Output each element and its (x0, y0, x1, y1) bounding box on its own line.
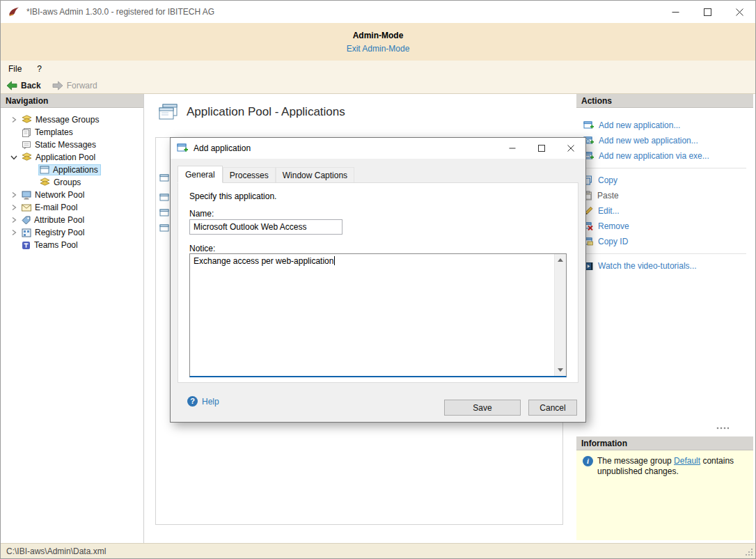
dialog-controls (498, 138, 585, 159)
groups-icon (40, 178, 50, 187)
dialog-minimize-button[interactable] (498, 138, 527, 159)
add-application-dialog-icon (177, 143, 188, 153)
sidebar-item-label: Templates (35, 127, 73, 137)
actions-separator (583, 253, 746, 254)
action-add-new-application-via-exe[interactable]: Add new application via exe... (576, 148, 753, 164)
sidebar-item-application-pool[interactable]: Application Pool (1, 151, 143, 164)
forward-label: Forward (67, 81, 97, 90)
info-icon: i (583, 456, 593, 466)
list-row-icon[interactable] (159, 174, 169, 182)
tab-processes[interactable]: Processes (223, 167, 276, 184)
chevron-right-icon[interactable] (9, 116, 19, 123)
email-pool-icon (22, 204, 31, 212)
action-copy-id[interactable]: Copy ID (576, 234, 753, 249)
window-title: *IBI-aws Admin 1.30.0 - registered for I… (26, 7, 214, 17)
exit-admin-mode-link[interactable]: Exit Admin-Mode (347, 44, 410, 54)
sidebar-item-message-groups[interactable]: Message Groups (1, 113, 143, 126)
information-header: Information (576, 436, 753, 450)
forward-button[interactable]: Forward (47, 79, 103, 92)
back-button[interactable]: Back (1, 79, 47, 92)
default-group-link[interactable]: Default (674, 456, 700, 466)
chevron-right-icon[interactable] (9, 216, 19, 223)
sidebar-item-network-pool[interactable]: Network Pool (1, 189, 143, 201)
actions-panel: Actions Add new application... Add new w… (576, 94, 753, 543)
action-remove[interactable]: Remove (576, 219, 753, 234)
admin-mode-banner: Admin-Mode Exit Admin-Mode (1, 23, 755, 61)
sidebar-item-label: E-mail Pool (35, 203, 77, 212)
tab-window-captions[interactable]: Window Captions (276, 167, 354, 184)
menu-file[interactable]: File (1, 61, 29, 77)
page-title: Application Pool - Applications (187, 105, 345, 119)
chevron-right-icon[interactable] (9, 204, 19, 211)
maximize-button[interactable] (691, 1, 723, 23)
dialog-footer: ? Help (171, 383, 585, 422)
sidebar-item-registry-pool[interactable]: Registry Pool (1, 226, 143, 239)
registry-pool-icon (22, 228, 31, 237)
back-arrow-icon (6, 81, 17, 90)
list-row-icon[interactable] (159, 224, 169, 232)
name-label: Name: (189, 209, 214, 219)
dialog-instruction: Specify this application. (189, 191, 276, 201)
action-edit[interactable]: Edit... (576, 203, 753, 219)
network-pool-icon (22, 191, 31, 200)
sidebar-item-applications[interactable]: Applications (1, 164, 143, 176)
sidebar-item-attribute-pool[interactable]: Attribute Pool (1, 214, 143, 226)
information-text: The message group Default contains unpub… (597, 456, 747, 477)
notice-textarea[interactable]: Exchange access per web-application (190, 254, 554, 376)
sidebar-item-email-pool[interactable]: E-mail Pool (1, 201, 143, 214)
name-input[interactable] (189, 219, 342, 235)
cancel-button[interactable]: Cancel (528, 400, 577, 416)
chevron-right-icon[interactable] (9, 191, 19, 198)
save-button[interactable]: Save (444, 400, 521, 416)
dialog-maximize-button[interactable] (527, 138, 556, 159)
help-label: Help (202, 397, 219, 407)
scroll-down-icon[interactable] (555, 364, 566, 376)
resize-grip[interactable] (745, 548, 753, 556)
sidebar-item-label: Registry Pool (35, 228, 84, 237)
actions-header: Actions (576, 94, 753, 108)
navigation-header: Navigation (1, 94, 143, 108)
sidebar-item-label: Network Pool (35, 190, 84, 200)
status-path: C:\IBI-aws\Admin\Data.xml (6, 546, 106, 556)
chevron-right-icon[interactable] (9, 229, 19, 236)
tab-general[interactable]: General (178, 166, 223, 183)
sidebar-item-teams-pool[interactable]: Teams Pool (1, 239, 143, 251)
scroll-up-icon[interactable] (555, 254, 566, 266)
action-watch-video-tutorials[interactable]: Watch the video-tutorials... (576, 258, 753, 274)
sidebar-item-groups[interactable]: Groups (1, 176, 143, 189)
sidebar-item-label: Groups (54, 178, 81, 187)
sidebar-item-templates[interactable]: Templates (1, 126, 143, 139)
text-cursor (334, 256, 335, 265)
add-application-dialog: Add application General Processes Window… (170, 137, 586, 423)
chevron-down-icon[interactable] (9, 155, 19, 160)
notice-scrollbar[interactable] (554, 254, 566, 376)
panel-splitter-grip[interactable] (716, 427, 729, 430)
sidebar-item-label: Attribute Pool (34, 215, 84, 225)
list-row-icon[interactable] (159, 194, 169, 201)
minimize-button[interactable] (659, 1, 691, 23)
sidebar-item-static-messages[interactable]: Static Messages (1, 139, 143, 151)
close-button[interactable] (723, 1, 755, 23)
menu-help[interactable]: ? (29, 61, 49, 77)
notice-field: Exchange access per web-application (189, 253, 567, 377)
dialog-close-button[interactable] (556, 138, 585, 159)
scrollbar-track[interactable] (555, 266, 566, 364)
tab-general-page: Specify this application. Name: Notice: … (178, 182, 578, 383)
list-row-icon[interactable] (159, 209, 169, 216)
help-link[interactable]: ? Help (187, 396, 219, 407)
app-window: *IBI-aws Admin 1.30.0 - registered for I… (0, 0, 756, 559)
title-bar: *IBI-aws Admin 1.30.0 - registered for I… (1, 1, 755, 23)
action-add-new-web-application[interactable]: Add new web application... (576, 133, 753, 148)
app-logo-icon (8, 6, 20, 17)
action-add-new-application[interactable]: Add new application... (576, 118, 753, 133)
navigation-tree: Message Groups Templates Static Messages… (1, 108, 143, 251)
actions-separator (583, 168, 746, 168)
status-bar: C:\IBI-aws\Admin\Data.xml (1, 543, 755, 558)
applications-icon (40, 166, 49, 174)
attribute-pool-icon (22, 216, 31, 225)
action-paste[interactable]: Paste (576, 188, 753, 203)
action-copy[interactable]: Copy (576, 173, 753, 188)
forward-arrow-icon (52, 81, 63, 90)
application-pool-page-icon (159, 104, 178, 120)
admin-mode-title: Admin-Mode (1, 23, 755, 40)
